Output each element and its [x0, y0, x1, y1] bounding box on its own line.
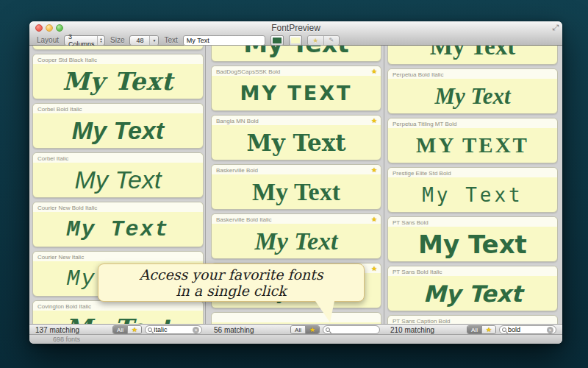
tooltip-line-1: Access your favorite fonts [139, 266, 323, 283]
layout-popup-button[interactable]: 3 Columns ▲▼ [64, 35, 105, 46]
filter-segmented-control: All ★ [290, 325, 320, 334]
font-preview-text: My Text [212, 224, 381, 258]
window-title: FontPreview [29, 23, 562, 33]
font-name-label: Courier New Bold Italic [37, 205, 97, 211]
search-input[interactable] [331, 326, 377, 333]
search-field[interactable] [323, 325, 380, 334]
green-swatch [273, 38, 282, 43]
yellow-swatch [291, 38, 300, 43]
favorite-star-icon[interactable]: ★ [371, 167, 377, 173]
matching-count: 137 matching [34, 326, 79, 334]
font-preview-text: My Text [388, 128, 557, 163]
font-name-label: Prestige Elite Std Bold [392, 170, 451, 177]
font-column-3: My Text Perpetua Bold Italic My Text Per… [387, 46, 558, 324]
font-name-label: Corbel Bold Italic [37, 106, 82, 113]
font-preview-text: My Text [388, 79, 557, 113]
font-name-label: Courier New Italic [37, 254, 84, 261]
font-preview-text: My Text [212, 174, 381, 209]
filter-favorites-button[interactable]: ★ [305, 326, 319, 333]
font-preview-text: My Text [33, 311, 203, 324]
favorite-star-icon[interactable]: ★ [371, 118, 377, 124]
font-preview-text: My Text [33, 64, 203, 99]
title-bar[interactable]: FontPreview ⤢ [29, 21, 562, 35]
font-preview-text: My Text [388, 177, 557, 212]
background-color-well[interactable] [289, 35, 302, 46]
font-card[interactable]: Courier New Bold Italic My Text [32, 202, 204, 247]
font-card[interactable]: Perpetua Titling MT Bold My Text [387, 118, 558, 163]
font-name-label: Covington Bold Italic [37, 303, 91, 310]
search-icon [326, 328, 330, 332]
font-card[interactable]: PT Sans Caption Bold My Text [387, 315, 558, 324]
filter-bar: 137 matching All ★ × 56 matching All ★ [29, 324, 562, 334]
search-input[interactable] [508, 326, 545, 333]
font-preview-text: My Text [33, 113, 203, 148]
window-chrome: FontPreview ⤢ Layout 3 Columns ▲▼ Size 4… [29, 21, 562, 46]
chevron-down-icon[interactable]: ▼ [149, 36, 158, 45]
favorite-star-icon[interactable]: ★ [371, 266, 377, 272]
search-icon [148, 328, 152, 332]
text-color-well[interactable] [270, 35, 284, 46]
sample-text-input[interactable] [183, 35, 265, 46]
font-card[interactable]: My Text [32, 46, 204, 50]
font-card[interactable]: My Text [211, 46, 381, 62]
edit-pencil-button[interactable]: ✎ [323, 36, 339, 45]
font-name-label: PT Sans Bold [392, 219, 429, 226]
filter-segmented-control: All ★ [467, 325, 496, 334]
search-icon [502, 328, 506, 332]
size-value: 48 [130, 37, 149, 44]
font-card[interactable]: Prestige Elite Std Bold My Text [387, 167, 558, 213]
filter-group-3: 210 matching All ★ × [387, 325, 558, 335]
column-separator [384, 46, 384, 324]
filter-all-button[interactable]: All [291, 326, 305, 333]
size-combobox[interactable]: 48 ▼ [129, 35, 159, 46]
filter-favorites-button[interactable]: ★ [127, 326, 141, 333]
font-card[interactable]: PT Sans Bold My Text [387, 216, 558, 262]
filter-all-button[interactable]: All [467, 326, 481, 333]
size-label: Size [110, 36, 124, 44]
filter-all-button[interactable]: All [113, 326, 127, 333]
stepper-arrows-icon: ▲▼ [97, 36, 104, 45]
text-label: Text [164, 36, 177, 44]
font-preview-text: My Text [388, 276, 557, 311]
search-field[interactable]: × [499, 325, 556, 334]
font-name-label: Baskerville Bold Italic [216, 216, 272, 223]
fonts-count: 698 fonts [29, 336, 80, 343]
clear-search-icon[interactable]: × [193, 327, 199, 333]
font-name-label: BadDogSCapsSSK Bold [216, 68, 280, 75]
favorite-star-button[interactable]: ★ [308, 36, 323, 45]
font-card[interactable]: Corbel Italic My Text [32, 152, 204, 198]
favorites-tooltip: Access your favorite fonts in a single c… [98, 263, 365, 302]
filter-group-1: 137 matching All ★ × [32, 325, 204, 335]
font-card[interactable]: BadDogSCapsSSK Bold★ My Text [211, 66, 381, 111]
font-preview-text: My Text [33, 46, 203, 49]
layout-label: Layout [37, 36, 59, 44]
font-card[interactable]: Baskerville Bold Italic★ My Text [211, 213, 381, 259]
font-name-label: Perpetua Titling MT Bold [392, 121, 456, 127]
font-name-label: PT Sans Caption Bold [392, 318, 451, 325]
clear-search-icon[interactable]: × [547, 327, 553, 333]
search-input[interactable] [154, 326, 191, 333]
favorite-star-icon[interactable]: ★ [371, 216, 377, 222]
font-card[interactable]: Bangla MN Bold★ My Text [211, 115, 381, 160]
search-field[interactable]: × [145, 325, 202, 334]
favorite-edit-segmented-control: ★ ✎ [307, 35, 340, 46]
font-preview-text: My Text [388, 46, 557, 64]
font-card[interactable]: Baskerville Bold★ My Text [211, 164, 381, 210]
font-card[interactable]: Cooper Std Black Italic My Text [32, 54, 204, 99]
matching-count: 56 matching [212, 326, 254, 334]
font-preview-text: My Text [33, 212, 203, 247]
filter-favorites-button[interactable]: ★ [481, 326, 495, 333]
font-name-label: Cooper Std Black Italic [37, 57, 97, 63]
font-card[interactable]: Covington Bold Italic My Text [32, 300, 204, 324]
font-name-label: Corbel Italic [37, 155, 68, 162]
fullscreen-icon[interactable]: ⤢ [552, 23, 559, 32]
font-card[interactable]: My Text [387, 46, 558, 65]
font-card[interactable]: My Text [211, 312, 381, 324]
favorite-star-icon[interactable]: ★ [371, 68, 377, 74]
font-name-label: PT Sans Bold Italic [392, 269, 442, 275]
font-preview-text: My Text [212, 76, 381, 110]
filter-group-2: 56 matching All ★ [211, 325, 381, 335]
font-card[interactable]: Corbel Bold Italic My Text [32, 103, 204, 149]
font-card[interactable]: Perpetua Bold Italic My Text [387, 68, 558, 114]
font-card[interactable]: PT Sans Bold Italic My Text [387, 266, 558, 311]
